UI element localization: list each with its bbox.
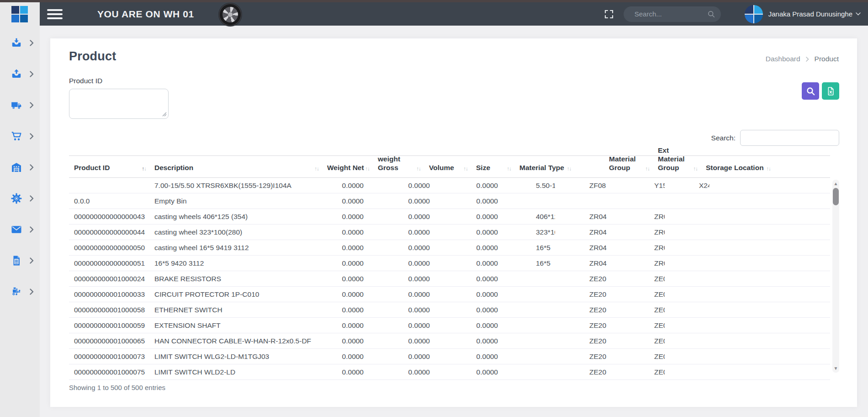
table-cell: 0.0000: [320, 364, 367, 380]
app-logo: [0, 2, 40, 26]
table-cell: 0.0000: [367, 240, 434, 256]
column-header-volume[interactable]: Volume↑↓: [425, 156, 472, 177]
table-cell: 000000000001000065: [69, 333, 149, 349]
table-cell: 0.0000: [367, 364, 434, 380]
fullscreen-icon[interactable]: [603, 9, 614, 20]
table-cell: 0.0000: [367, 225, 434, 240]
table-cell: [709, 178, 830, 193]
menu-toggle-button[interactable]: [47, 9, 64, 20]
sidebar-item-6[interactable]: [0, 183, 40, 214]
breadcrumb-separator-icon: [806, 57, 809, 62]
document-icon: [11, 255, 22, 267]
table-row: 0.0.0Empty Bin0.00000.00000.0000: [69, 193, 830, 209]
table-cell: 000000000000000051: [69, 256, 149, 271]
table-cell: ZE007: [620, 318, 665, 333]
page-title: Product: [69, 49, 116, 64]
table-row: 000000000000000043casting wheels 406*125…: [69, 209, 830, 225]
sidebar-item-8[interactable]: [0, 245, 40, 276]
table-cell: 000000000001000059: [69, 318, 149, 333]
sidebar-item-5[interactable]: [0, 152, 40, 183]
export-excel-button[interactable]: [822, 82, 839, 100]
table-cell: [502, 271, 555, 287]
column-header-material-group[interactable]: Material Group↑↓: [605, 156, 654, 177]
table-cell: ZE007: [620, 302, 665, 318]
table-row: 000000000001000065HAN CONNECTOR CABLE-W-…: [69, 333, 830, 349]
sidebar-item-2[interactable]: [0, 59, 40, 90]
sidebar-item-3[interactable]: [0, 90, 40, 121]
column-header-storage-location[interactable]: Storage Location↑↓: [702, 156, 830, 177]
product-id-label: Product ID: [69, 77, 102, 85]
table-row: 000000000000000044casting wheel 323*100(…: [69, 225, 830, 240]
table-cell: ZR04: [555, 240, 620, 256]
table-cell: ZE007: [620, 287, 665, 302]
table-cell: casting wheel 16*5 9419 3112: [149, 240, 320, 256]
table-cell: HAN CONNECTOR CABLE-W-HAN-R-12x0.5-DF: [149, 333, 320, 349]
scroll-up-icon[interactable]: ▲: [832, 182, 839, 186]
table-cell: Empty Bin: [149, 193, 320, 209]
table-cell: [709, 333, 830, 349]
table-cell: Y152: [620, 178, 665, 193]
table-cell: 0.0000: [434, 271, 502, 287]
sort-icon: ↑↓: [464, 166, 468, 172]
column-header-product-id[interactable]: Product ID↑↓: [69, 156, 151, 177]
table-header-row: Product ID↑↓Description↑↓Weight Net↑↓wei…: [69, 155, 830, 178]
table-cell: 0.0000: [367, 349, 434, 364]
search-icon[interactable]: [707, 10, 715, 20]
table-cell: 0.0.0: [69, 193, 149, 209]
scroll-down-icon[interactable]: ▼: [832, 366, 839, 371]
table-row: 000000000000000050casting wheel 16*5 941…: [69, 240, 830, 256]
search-button[interactable]: [802, 82, 819, 100]
sidebar-item-4[interactable]: [0, 121, 40, 152]
chevron-down-icon: [856, 12, 861, 16]
table-cell: ZE007: [620, 333, 665, 349]
column-header-description[interactable]: Description↑↓: [151, 156, 323, 177]
column-header-material-type[interactable]: Material Type↑↓: [516, 156, 605, 177]
table-cell: 0.0000: [367, 318, 434, 333]
table-cell: ZE20: [555, 364, 620, 380]
global-search-input[interactable]: [624, 6, 721, 22]
table-cell: 0.0000: [320, 333, 367, 349]
table-cell: casting wheels 406*125 (354): [149, 209, 320, 225]
scrollbar-thumb[interactable]: [833, 188, 839, 205]
table-cell: [709, 287, 830, 302]
table-cell: 0.0000: [320, 256, 367, 271]
breadcrumb-dashboard[interactable]: Dashboard: [766, 55, 800, 63]
sidebar-item-7[interactable]: [0, 214, 40, 245]
product-id-textarea[interactable]: [69, 89, 169, 119]
sort-icon: ↑↓: [646, 166, 650, 172]
top-navbar: YOU ARE ON WH 01 Janaka Prasad Dunusingh…: [0, 2, 868, 26]
outbound-tray-icon: [11, 68, 22, 80]
table-row: 000000000001000073LIMIT SWITCH WLG2-LD-M…: [69, 349, 830, 364]
table-scrollbar[interactable]: ▲ ▼: [832, 180, 839, 373]
column-header-ext-material-group[interactable]: Ext Material Group↑↓: [654, 156, 702, 177]
table-cell: [665, 193, 709, 209]
table-search-label: Search:: [711, 134, 736, 142]
table-search-input[interactable]: [740, 130, 839, 146]
sidebar-item-1[interactable]: [0, 27, 40, 59]
table-cell: 0.0000: [367, 271, 434, 287]
table-cell: ZE007: [620, 271, 665, 287]
table-cell: 5.50-15: [502, 178, 555, 193]
table-cell: [665, 302, 709, 318]
column-header-weight-net[interactable]: Weight Net↑↓: [323, 156, 374, 177]
chevron-right-icon: [30, 133, 34, 139]
table-cell: [620, 193, 665, 209]
sidebar-item-9[interactable]: [0, 276, 40, 307]
table-cell: [502, 318, 555, 333]
table-row: 7.00-15/5.50 XTRSR6XBK(1555-129)I104A0.0…: [69, 178, 830, 193]
column-header-size[interactable]: Size↑↓: [472, 156, 516, 177]
table-cell: 0.0000: [320, 349, 367, 364]
table-cell: CIRCUIT PROTECTOR 1P-C010: [149, 287, 320, 302]
table-cell: 0.0000: [320, 209, 367, 225]
table-cell: 0.0000: [367, 302, 434, 318]
resize-handle-icon[interactable]: [162, 112, 167, 117]
table-cell: ZE20: [555, 318, 620, 333]
user-menu[interactable]: Janaka Prasad Dunusinghe: [745, 5, 861, 23]
table-cell: [709, 225, 830, 240]
table-cell: [665, 271, 709, 287]
table-cell: 000000000000000043: [69, 209, 149, 225]
chevron-right-icon: [30, 226, 34, 233]
warehouse-icon: [11, 161, 22, 173]
column-header-weight-gross[interactable]: weight Gross↑↓: [374, 156, 425, 177]
table-cell: [665, 225, 709, 240]
